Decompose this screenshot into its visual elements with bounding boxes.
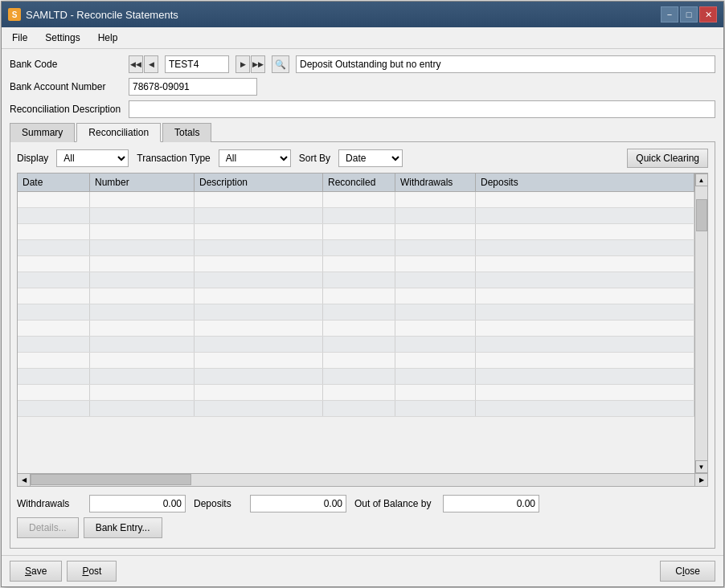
tabs-container: Summary Reconciliation Totals Display Al… xyxy=(10,123,715,549)
table-row[interactable] xyxy=(18,256,694,272)
table-row[interactable] xyxy=(18,321,694,337)
col-header-withdrawals: Withdrawals xyxy=(395,174,476,191)
scroll-right-button[interactable]: ▶ xyxy=(694,474,707,487)
tab-bar: Summary Reconciliation Totals xyxy=(10,123,715,142)
tab-totals[interactable]: Totals xyxy=(162,123,211,142)
nav-next-button[interactable]: ▶ xyxy=(236,55,250,73)
scroll-left-button[interactable]: ◀ xyxy=(18,474,31,487)
table-row[interactable] xyxy=(18,385,694,401)
table-row[interactable] xyxy=(18,337,694,353)
nav-buttons: ◀◀ ◀ xyxy=(129,55,158,73)
scroll-down-button[interactable]: ▼ xyxy=(695,460,708,473)
title-bar-buttons: − □ ✕ xyxy=(661,6,717,22)
grid-header: Date Number Description Reconciled Withd… xyxy=(18,174,694,192)
deposits-total-input xyxy=(250,495,346,512)
tab-reconciliation-content: Display All Outstanding Cleared Transact… xyxy=(10,142,715,549)
filter-row: Display All Outstanding Cleared Transact… xyxy=(17,149,708,168)
table-row[interactable] xyxy=(18,240,694,256)
title-bar-left: S SAMLTD - Reconcile Statements xyxy=(8,8,178,21)
col-header-number: Number xyxy=(90,174,195,191)
totals-row: Withdrawals Deposits Out of Balance by xyxy=(17,495,708,512)
transaction-type-select[interactable]: All Deposit Withdrawal xyxy=(219,149,291,167)
grid-body[interactable] xyxy=(18,192,694,473)
details-button[interactable]: Details... xyxy=(17,517,79,538)
col-header-date: Date xyxy=(18,174,90,191)
display-label: Display xyxy=(17,153,48,164)
horizontal-scrollbar[interactable]: ◀ ▶ xyxy=(18,473,707,486)
save-button[interactable]: Save xyxy=(10,561,62,582)
table-row[interactable] xyxy=(18,192,694,208)
bottom-section: Withdrawals Deposits Out of Balance by D… xyxy=(17,492,708,541)
deposits-totals-label: Deposits xyxy=(194,498,242,509)
horiz-scroll-track[interactable] xyxy=(31,474,694,486)
reconciliation-desc-row: Reconciliation Description xyxy=(10,100,715,118)
footer-left-buttons: Save Post xyxy=(10,561,117,582)
maximize-button[interactable]: □ xyxy=(680,6,698,22)
reconciliation-desc-input[interactable] xyxy=(129,100,715,118)
main-window: S SAMLTD - Reconcile Statements − □ ✕ Fi… xyxy=(1,1,724,587)
col-header-reconciled: Reconciled xyxy=(323,174,395,191)
table-row[interactable] xyxy=(18,369,694,385)
bank-code-input[interactable] xyxy=(165,55,229,73)
table-row[interactable] xyxy=(18,224,694,240)
nav-buttons-right: ▶ ▶▶ xyxy=(236,55,265,73)
minimize-button[interactable]: − xyxy=(661,6,678,22)
window-title: SAMLTD - Reconcile Statements xyxy=(26,9,178,21)
action-row: Details... Bank Entry... xyxy=(17,517,708,538)
table-row[interactable] xyxy=(18,353,694,369)
table-row[interactable] xyxy=(18,208,694,224)
display-select[interactable]: All Outstanding Cleared xyxy=(56,149,129,167)
quick-clearing-button[interactable]: Quick Clearing xyxy=(627,149,708,168)
title-bar: S SAMLTD - Reconcile Statements − □ ✕ xyxy=(2,2,723,27)
out-of-balance-input xyxy=(443,495,539,512)
post-button[interactable]: Post xyxy=(67,561,117,582)
close-button[interactable]: Close xyxy=(660,561,715,582)
scroll-up-button[interactable]: ▲ xyxy=(695,174,708,186)
nav-last-button[interactable]: ▶▶ xyxy=(251,55,265,73)
transaction-type-label: Transaction Type xyxy=(137,153,210,164)
table-row[interactable] xyxy=(18,304,694,321)
bank-account-input[interactable] xyxy=(129,78,257,96)
table-row[interactable] xyxy=(18,401,694,417)
grid-container: Date Number Description Reconciled Withd… xyxy=(17,173,708,487)
scrollbar-thumb[interactable] xyxy=(696,199,707,231)
bank-code-label: Bank Code xyxy=(10,59,122,70)
col-header-deposits: Deposits xyxy=(476,174,694,191)
tab-reconciliation[interactable]: Reconciliation xyxy=(76,123,161,142)
menu-bar: File Settings Help xyxy=(2,27,723,49)
sort-by-label: Sort By xyxy=(299,153,330,164)
bank-code-row: Bank Code ◀◀ ◀ ▶ ▶▶ 🔍 xyxy=(10,55,715,73)
sort-by-select[interactable]: Date Number Description xyxy=(338,149,403,167)
horiz-scroll-thumb[interactable] xyxy=(31,474,191,485)
table-row[interactable] xyxy=(18,288,694,304)
bank-account-row: Bank Account Number xyxy=(10,78,715,96)
nav-first-button[interactable]: ◀◀ xyxy=(129,55,143,73)
close-window-button[interactable]: ✕ xyxy=(699,6,717,22)
out-of-balance-label: Out of Balance by xyxy=(354,498,435,509)
bank-search-button[interactable]: 🔍 xyxy=(272,55,289,73)
menu-help[interactable]: Help xyxy=(91,29,125,47)
col-header-description: Description xyxy=(195,174,323,191)
menu-file[interactable]: File xyxy=(5,29,35,47)
table-row[interactable] xyxy=(18,272,694,288)
withdrawals-total-input xyxy=(89,495,186,512)
menu-settings[interactable]: Settings xyxy=(38,29,87,47)
bank-entry-button[interactable]: Bank Entry... xyxy=(84,517,162,538)
nav-prev-button[interactable]: ◀ xyxy=(144,55,158,73)
content-area: Bank Code ◀◀ ◀ ▶ ▶▶ 🔍 Bank Account Numbe… xyxy=(2,49,723,555)
withdrawals-totals-label: Withdrawals xyxy=(17,498,81,509)
tab-summary[interactable]: Summary xyxy=(10,123,75,142)
app-icon: S xyxy=(8,8,21,21)
footer-bar: Save Post Close xyxy=(2,555,723,586)
vertical-scrollbar[interactable]: ▲ ▼ xyxy=(694,174,707,473)
bank-description-field xyxy=(296,55,715,73)
bank-account-label: Bank Account Number xyxy=(10,81,122,92)
reconciliation-desc-label: Reconciliation Description xyxy=(10,104,122,115)
